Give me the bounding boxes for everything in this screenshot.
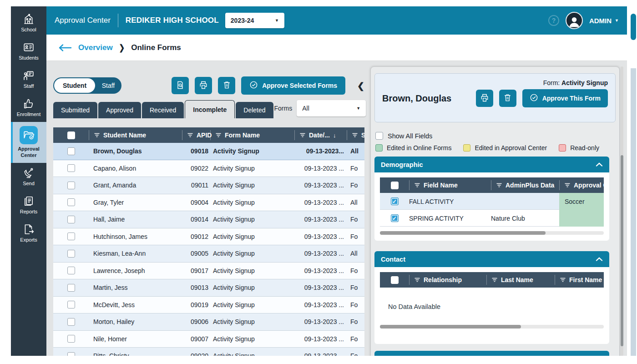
checked-checkbox[interactable]: ✓	[391, 214, 399, 222]
sidebar-item-exports[interactable]: Exports	[11, 219, 46, 248]
chevron-up-icon[interactable]	[596, 162, 603, 167]
table-row[interactable]: Nile, Homer 09007 Activity Signup 09-13-…	[53, 331, 364, 348]
tab-submitted[interactable]: Submitted	[53, 102, 97, 118]
table-row[interactable]: Morton, Hailey 09006 Activity Signup 09-…	[53, 313, 364, 331]
sidebar-item-school[interactable]: School	[11, 9, 46, 37]
forms-filter-select[interactable]: All ▼	[297, 100, 366, 116]
col-student-name[interactable]: Student Name	[89, 130, 182, 140]
demographic-row[interactable]: ✓ SPRING ACTIVITY Nature Club	[380, 210, 604, 227]
print-form-button[interactable]	[476, 90, 493, 107]
page-scrollbar-thumb[interactable]	[631, 14, 636, 40]
cell-form-name: Activity Signup	[210, 199, 294, 206]
section-demographic-header[interactable]: Demographic	[374, 157, 609, 172]
sidebar-item-students[interactable]: Students	[11, 37, 46, 66]
checkbox[interactable]	[67, 216, 75, 223]
checkbox[interactable]	[67, 147, 75, 155]
toggle-student-label[interactable]: Student	[54, 78, 95, 93]
checkbox[interactable]	[67, 352, 75, 356]
section-contact-header[interactable]: Contact	[374, 251, 609, 267]
delete-button[interactable]	[218, 77, 235, 94]
col-first-name[interactable]: First Name ↑	[555, 275, 604, 285]
table-row[interactable]: Brown, Douglas 09018 Activity Signup 09-…	[53, 143, 364, 160]
col-apid[interactable]: APID	[182, 130, 210, 140]
table-row[interactable]: Hall, Jaime 09014 Activity Signup 09-13-…	[53, 211, 364, 228]
delete-form-button[interactable]	[499, 90, 516, 107]
chevron-up-icon[interactable]	[596, 257, 603, 261]
demographic-row[interactable]: ✓ FALL ACTIVITY Soccer	[380, 193, 604, 210]
tab-received[interactable]: Received	[142, 102, 184, 118]
approve-this-form-button[interactable]: Approve This Form	[522, 89, 608, 107]
back-arrow-icon[interactable]	[58, 44, 72, 52]
col-status[interactable]: St	[347, 130, 364, 140]
topbar-divider	[118, 14, 118, 27]
checked-checkbox[interactable]: ✓	[391, 197, 399, 205]
student-staff-toggle[interactable]: Student Staff	[53, 77, 121, 94]
cell-date: 09-13-2023 ...	[294, 199, 347, 206]
col-adminplus-data[interactable]: AdminPlus Data	[491, 180, 559, 190]
tab-approved[interactable]: Approved	[98, 102, 141, 118]
school-year-select[interactable]: 2023-24 ▼	[225, 13, 284, 28]
checkbox[interactable]	[67, 335, 75, 343]
checkbox[interactable]	[67, 233, 75, 240]
tab-deleted[interactable]: Deleted	[236, 102, 273, 118]
admin-menu[interactable]: ADMIN ▼	[589, 17, 619, 25]
sidebar-item-send[interactable]: Send	[11, 163, 46, 191]
sidebar-item-staff[interactable]: Staff	[11, 66, 46, 94]
help-icon[interactable]: ?	[548, 15, 559, 26]
table-row[interactable]: Martin, Jess 09013 Activity Signup 09-13…	[53, 279, 364, 297]
reports-icon	[23, 195, 35, 207]
toggle-staff-label[interactable]: Staff	[95, 82, 121, 89]
table-row[interactable]: Capano, Alison 09022 Activity Signup 09-…	[53, 160, 364, 177]
cell-approval-center: Soccer	[559, 193, 604, 210]
checkbox[interactable]	[67, 198, 75, 206]
approve-selected-forms-button[interactable]: Approve Selected Forms	[241, 76, 345, 95]
scrollbar-thumb[interactable]	[621, 155, 623, 346]
tab-incomplete[interactable]: Incomplete	[185, 100, 235, 118]
trash-icon	[503, 93, 512, 103]
scrollbar-thumb[interactable]	[380, 325, 521, 329]
check-circle-icon	[249, 81, 258, 91]
app-title: Approval Center	[55, 16, 111, 25]
sidebar-item-approval-center[interactable]: Approval Center	[11, 122, 46, 163]
section-next-header[interactable]	[374, 351, 609, 356]
select-all-checkbox[interactable]	[53, 130, 89, 140]
table-row[interactable]: Gray, Tyler 09004 Activity Signup 09-13-…	[53, 194, 364, 212]
col-last-name[interactable]: Last Name	[486, 275, 555, 285]
col-relationship[interactable]: Relationship	[409, 275, 486, 285]
col-approval-center[interactable]: Approval Center	[559, 180, 604, 190]
sidebar-item-reports[interactable]: Reports	[11, 191, 46, 219]
table-row[interactable]: Grant, Amanda 09011 Activity Signup 09-1…	[53, 177, 364, 194]
sidebar-item-label: Enrollment	[17, 111, 41, 118]
checkbox[interactable]	[67, 301, 75, 308]
forms-filter-value: All	[302, 105, 309, 112]
avatar[interactable]	[566, 12, 583, 29]
table-row[interactable]: Pitts, Christy 09020 Activity Signup 09-…	[53, 348, 364, 356]
checkbox[interactable]	[67, 164, 75, 172]
scrollbar-thumb[interactable]	[380, 231, 546, 235]
exports-icon	[23, 223, 35, 235]
filter-icon	[564, 182, 571, 188]
table-row[interactable]: Kiesman, Lea-Ann 09005 Activity Signup 0…	[53, 245, 364, 263]
checkbox[interactable]	[67, 284, 75, 292]
table-row[interactable]: McDevitt, Jess 09019 Activity Signup 09-…	[53, 297, 364, 314]
cell-form-name: Activity Signup	[210, 165, 294, 172]
checkbox[interactable]	[67, 318, 75, 326]
select-all-checkbox[interactable]	[391, 276, 399, 284]
checkbox[interactable]	[67, 267, 75, 274]
col-field-name[interactable]: Field Name	[409, 180, 491, 190]
breadcrumb-overview-link[interactable]: Overview	[78, 43, 113, 52]
col-form-name[interactable]: Form Name	[210, 130, 294, 140]
collapse-panel-chevron-icon[interactable]: ❮	[357, 81, 364, 91]
table-row[interactable]: Lawrence, Joseph 09017 Activity Signup 0…	[53, 263, 364, 280]
sidebar-item-enrollment[interactable]: Enrollment	[11, 94, 46, 122]
show-all-fields-checkbox[interactable]	[375, 132, 383, 140]
print-button[interactable]	[195, 77, 212, 94]
checkbox[interactable]	[67, 250, 75, 258]
col-date[interactable]: Date/... ↓	[294, 130, 347, 140]
select-all-checkbox[interactable]	[391, 182, 399, 189]
checkbox[interactable]	[67, 131, 75, 139]
sidebar-item-label: Exports	[20, 237, 37, 243]
preview-form-button[interactable]	[172, 77, 189, 94]
table-row[interactable]: Hutchinson, James 09012 Activity Signup …	[53, 228, 364, 246]
checkbox[interactable]	[67, 182, 75, 189]
